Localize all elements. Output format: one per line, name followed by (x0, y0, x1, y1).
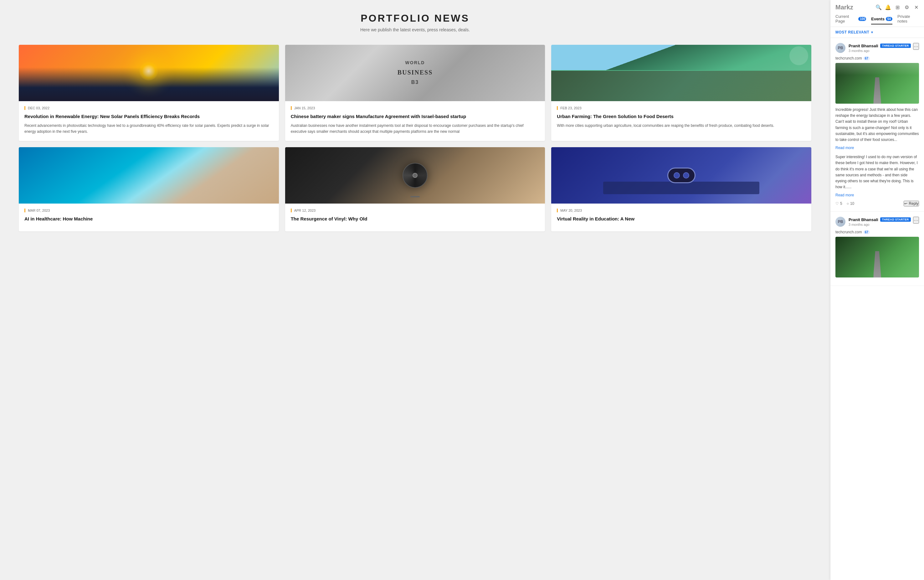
comment-source-2: techcrunch.com 67 (835, 230, 919, 234)
article-date: APR 12, 2023 (291, 209, 539, 213)
avatar: PB (835, 43, 845, 53)
articles-grid: DEC 03, 2022 Revolution in Renewable Ene… (19, 45, 811, 231)
like-button[interactable]: ♡ 5 (835, 201, 842, 206)
thread-starter-badge: THREAD STARTER (880, 43, 911, 48)
source-badge: 67 (863, 56, 870, 61)
page-subtitle: Here we publish the latest events, press… (19, 27, 811, 32)
article-body: APR 12, 2023 The Resurgence of Vinyl: Wh… (285, 204, 545, 231)
article-title: Urban Farming: The Green Solution to Foo… (557, 113, 806, 120)
source-badge-2: 67 (863, 230, 870, 234)
comment-meta-2: Pranit Bhansali THREAD STARTER 3 months … (848, 218, 911, 226)
comment-count: 10 (850, 201, 854, 206)
forest-image-2 (835, 237, 919, 277)
filter-label: MOST RELEVANT (835, 30, 869, 35)
comment-header: PB Pranit Bhansali THREAD STARTER 3 mont… (835, 43, 919, 53)
like-count: 5 (840, 201, 842, 206)
read-more-link-2[interactable]: Read more (835, 193, 854, 197)
main-content: PORTFOLIO NEWS Here we publish the lates… (0, 0, 830, 580)
markz-logo: Markz (835, 4, 853, 11)
comment-image-2 (835, 237, 919, 277)
article-body: MAY 20, 2023 Virtual Reality in Educatio… (551, 204, 811, 231)
comment-user-row: Pranit Bhansali THREAD STARTER (848, 43, 911, 48)
read-more-link[interactable]: Read more (835, 146, 854, 150)
article-card[interactable]: DEC 03, 2022 Revolution in Renewable Ene… (19, 45, 279, 141)
article-image-farming (551, 45, 811, 101)
comment-image (835, 63, 919, 104)
article-excerpt: Australian businesses now have another i… (291, 123, 539, 135)
chevron-down-icon: ▾ (871, 30, 873, 35)
comment-username-2: Pranit Bhansali (848, 218, 878, 222)
comment-section-2: PB Pranit Bhansali THREAD STARTER 3 mont… (830, 212, 924, 286)
comment-user-info: PB Pranit Bhansali THREAD STARTER 3 mont… (835, 43, 911, 53)
comment-meta: Pranit Bhansali THREAD STARTER 3 months … (848, 43, 911, 53)
comment-actions: ♡ 5 ○ 10 ↩ Reply (835, 201, 919, 206)
heart-icon: ♡ (835, 201, 839, 206)
avatar-2: PB (835, 217, 845, 227)
comment-source: techcrunch.com 67 (835, 56, 919, 61)
comment-more-button-2[interactable]: ··· (913, 217, 919, 224)
article-image-ocean (19, 147, 279, 204)
article-card[interactable]: MAR 07, 2023 AI in Healthcare: How Machi… (19, 147, 279, 231)
comment-standalone: Super interesting! I used to do my own v… (835, 154, 919, 190)
article-body: JAN 15, 2023 Chinese battery maker signs… (285, 101, 545, 141)
article-body: MAR 07, 2023 AI in Healthcare: How Machi… (19, 204, 279, 231)
sidebar: Markz 🔍 🔔 ⊞ ⚙ ✕ Current Page 100 Events … (830, 0, 924, 580)
page-title: PORTFOLIO NEWS (19, 13, 811, 24)
article-image-vr (551, 147, 811, 204)
reply-button[interactable]: ↩ Reply (904, 201, 919, 206)
bell-icon[interactable]: 🔔 (885, 5, 891, 10)
search-icon[interactable]: 🔍 (876, 5, 881, 10)
comment-section: PB Pranit Bhansali THREAD STARTER 3 mont… (830, 38, 924, 212)
article-date: MAY 20, 2023 (557, 209, 806, 213)
comment-text: Incredible progress! Just think about ho… (835, 107, 919, 143)
tab-private-notes[interactable]: Private notes (898, 14, 919, 26)
thread-starter-badge-2: THREAD STARTER (880, 218, 911, 222)
article-body: FEB 23, 2023 Urban Farming: The Green So… (551, 101, 811, 135)
gear-icon[interactable]: ⚙ (904, 5, 909, 10)
tab-events[interactable]: Events 54 (871, 16, 893, 25)
article-date: JAN 15, 2023 (291, 106, 539, 110)
comment-user-row-2: Pranit Bhansali THREAD STARTER (848, 218, 911, 222)
comment-button[interactable]: ○ 10 (847, 201, 855, 206)
comment-time-2: 3 months ago (848, 222, 911, 226)
article-excerpt: With more cities supporting urban agricu… (557, 123, 806, 129)
article-title: AI in Healthcare: How Machine (25, 216, 273, 222)
article-image-vinyl (285, 147, 545, 204)
article-card[interactable]: FEB 23, 2023 Urban Farming: The Green So… (551, 45, 811, 141)
comment-username: Pranit Bhansali (848, 43, 878, 48)
page-header: PORTFOLIO NEWS Here we publish the lates… (19, 13, 811, 32)
sidebar-icons: 🔍 🔔 ⊞ ⚙ ✕ (876, 5, 919, 10)
article-date: DEC 03, 2022 (25, 106, 273, 110)
source-name: techcrunch.com (835, 56, 862, 61)
comment-time: 3 months ago (848, 49, 911, 53)
reply-icon: ↩ (904, 201, 908, 206)
comment-header-2: PB Pranit Bhansali THREAD STARTER 3 mont… (835, 217, 919, 227)
comments-list: PB Pranit Bhansali THREAD STARTER 3 mont… (830, 38, 924, 580)
comment-user-info-2: PB Pranit Bhansali THREAD STARTER 3 mont… (835, 217, 911, 227)
article-body: DEC 03, 2022 Revolution in Renewable Ene… (19, 101, 279, 141)
article-image-newspaper: WORLD BUSINESS B3 (285, 45, 545, 101)
article-date: MAR 07, 2023 (25, 209, 273, 213)
article-image-solar (19, 45, 279, 101)
forest-image (835, 63, 919, 104)
article-title: Virtual Reality in Education: A New (557, 216, 806, 222)
filter-bar[interactable]: MOST RELEVANT ▾ (830, 27, 924, 38)
sidebar-top-bar: Markz 🔍 🔔 ⊞ ⚙ ✕ (835, 4, 919, 11)
tab-current-page[interactable]: Current Page 100 (835, 14, 866, 26)
source-name-2: techcrunch.com (835, 230, 862, 234)
comment-more-button[interactable]: ··· (913, 43, 919, 50)
article-title: Chinese battery maker signs Manufacture … (291, 113, 539, 120)
article-title: Revolution in Renewable Energy: New Sola… (25, 113, 273, 120)
sidebar-header: Markz 🔍 🔔 ⊞ ⚙ ✕ Current Page 100 Events … (830, 0, 924, 27)
article-excerpt: Recent advancements in photovoltaic tech… (25, 123, 273, 135)
article-title: The Resurgence of Vinyl: Why Old (291, 216, 539, 222)
article-card[interactable]: WORLD BUSINESS B3 JAN 15, 2023 Chinese b… (285, 45, 545, 141)
comment-icon: ○ (847, 201, 849, 206)
article-card[interactable]: APR 12, 2023 The Resurgence of Vinyl: Wh… (285, 147, 545, 231)
close-icon[interactable]: ✕ (913, 5, 919, 10)
article-card[interactable]: MAY 20, 2023 Virtual Reality in Educatio… (551, 147, 811, 231)
article-date: FEB 23, 2023 (557, 106, 806, 110)
sidebar-tabs: Current Page 100 Events 54 Private notes (835, 14, 919, 26)
grid-icon[interactable]: ⊞ (894, 5, 900, 10)
